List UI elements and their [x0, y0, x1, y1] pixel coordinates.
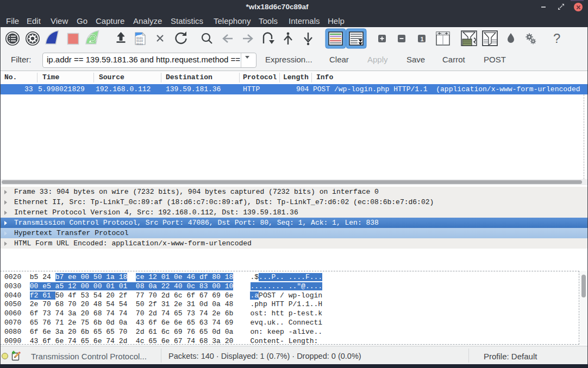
- svg-text:0111: 0111: [136, 43, 143, 46]
- svg-text:?: ?: [553, 31, 560, 46]
- svg-text:1: 1: [421, 36, 424, 42]
